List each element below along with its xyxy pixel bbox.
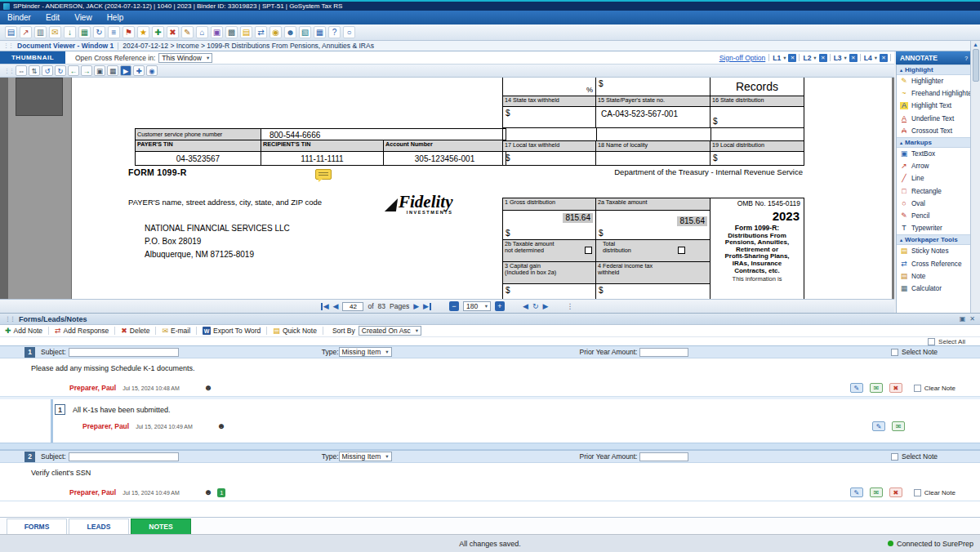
thumbnail-button[interactable]: THUMBNAIL <box>0 51 65 64</box>
sticky-note-annotation[interactable] <box>315 169 332 180</box>
textbox-tool[interactable]: ▣ TextBox <box>897 148 970 160</box>
organize-icon[interactable]: ≡ <box>108 26 120 38</box>
attachment-count-badge[interactable]: 1 <box>217 488 225 497</box>
edit-note-button[interactable]: ✎ <box>850 383 863 393</box>
lock-icon[interactable]: ◉ <box>270 26 282 38</box>
zoom-level-select[interactable]: 180 ▾ <box>463 301 491 311</box>
level-l1-select[interactable]: L1 <box>773 54 781 62</box>
typewriter-tool[interactable]: T Typewriter <box>897 222 970 234</box>
snapshot-icon[interactable]: ▣ <box>94 65 105 76</box>
menu-edit[interactable]: Edit <box>38 11 67 24</box>
sticky-notes-tool[interactable]: ▤ Sticky Notes <box>897 245 970 257</box>
edit-icon[interactable]: ✎ <box>181 26 194 38</box>
add-note-button[interactable]: ✚ Add Note <box>5 327 42 335</box>
delete-note-button[interactable]: ✖ <box>889 383 902 393</box>
prior-year-amount-input[interactable] <box>639 452 688 461</box>
next-view-button[interactable]: ▶ <box>542 303 548 310</box>
fit-width-icon[interactable]: ⇔ <box>16 65 27 76</box>
oval-tool[interactable]: ○ Oval <box>897 198 970 210</box>
line-tool[interactable]: ╱ Line <box>897 172 970 185</box>
drag-handle-icon[interactable]: ⋮⋮ <box>5 316 15 323</box>
annotate-section-workpaper-tools[interactable]: ▴ Workpaper Tools <box>897 234 970 245</box>
drag-handle-icon[interactable]: ⋮⋮ <box>3 42 13 49</box>
tab-leads[interactable]: LEADS <box>69 519 129 534</box>
collapse-panel-icon[interactable]: ▣ <box>960 315 966 323</box>
previous-page-button[interactable]: ◀ <box>333 303 339 310</box>
link-icon[interactable]: ⇄ <box>255 26 267 38</box>
menu-view[interactable]: View <box>67 11 100 24</box>
page-number-input[interactable] <box>342 302 363 311</box>
zoom-out-button[interactable]: − <box>449 301 459 311</box>
level-clear-button[interactable]: ✕ <box>788 54 796 62</box>
next-page-button[interactable]: ▶ <box>413 303 419 310</box>
scroll-pages-icon[interactable]: ⇅ <box>29 65 40 76</box>
add-response-button[interactable]: ⇄ Add Response <box>55 327 109 335</box>
pan-tool-icon[interactable]: ✚ <box>133 65 145 76</box>
email-icon[interactable]: ✉ <box>49 26 61 38</box>
chart-icon[interactable]: ▧ <box>299 26 311 38</box>
edit-note-button[interactable]: ✎ <box>850 487 863 497</box>
crossout-text-tool[interactable]: A Crossout Text <box>897 125 970 137</box>
layout-icon[interactable]: ▦ <box>107 65 118 76</box>
refresh-icon[interactable]: ↻ <box>93 26 105 38</box>
level-l2-select[interactable]: L2 <box>803 54 811 62</box>
last-page-button[interactable]: ▶ <box>423 303 431 310</box>
tab-notes[interactable]: NOTES <box>131 519 191 534</box>
page-thumbnail[interactable] <box>16 78 63 116</box>
sticky-note-icon[interactable]: ▤ <box>240 26 252 38</box>
level-clear-button[interactable]: ✕ <box>849 54 858 62</box>
underline-text-tool[interactable]: A Underline Text <box>897 113 970 125</box>
crossref-select[interactable]: This Window ▾ <box>158 53 212 63</box>
pencil-tool[interactable]: ✎ Pencil <box>897 210 970 222</box>
level-clear-button[interactable]: ✕ <box>880 54 888 62</box>
delete-note-button[interactable]: ✖ <box>889 487 902 497</box>
scroll-up-icon[interactable]: ▲ <box>973 42 978 47</box>
quick-note-button[interactable]: ▤ Quick Note <box>273 327 317 335</box>
calculator-icon[interactable]: ▩ <box>225 26 238 38</box>
previous-view-button[interactable]: ◀ <box>523 303 528 310</box>
grid-icon[interactable]: ▦ <box>314 26 326 38</box>
note-subject-input[interactable] <box>69 348 179 357</box>
select-note-checkbox[interactable] <box>891 453 898 461</box>
rotate-right-icon[interactable]: ↻ <box>55 65 66 76</box>
first-page-button[interactable]: ◀ <box>321 303 329 310</box>
import-icon[interactable]: ↓ <box>64 26 76 38</box>
stamp-icon[interactable]: ▣ <box>211 26 223 38</box>
export-icon[interactable]: ↗ <box>20 26 32 38</box>
view-history-icon[interactable]: ↻ <box>532 303 539 310</box>
note-type-select[interactable]: Missing Item ▾ <box>339 347 392 357</box>
arrow-tool[interactable]: ↗ Arrow <box>897 160 970 172</box>
add-icon[interactable]: ✚ <box>152 26 164 38</box>
email-note-button[interactable]: ✉ E-mail <box>162 327 190 335</box>
page-info-icon[interactable]: ◉ <box>146 65 158 76</box>
spreadsheet-icon[interactable]: ▦ <box>78 26 91 38</box>
scrollbar-thumb[interactable] <box>973 49 979 82</box>
search-icon[interactable]: ○ <box>343 26 355 38</box>
cross-reference-tool[interactable]: ⇄ Cross Reference <box>897 257 970 269</box>
note-tool[interactable]: ▤ Note <box>897 270 970 283</box>
export-to-word-button[interactable]: W Export To Word <box>203 327 261 335</box>
select-note-checkbox[interactable] <box>891 349 898 356</box>
drag-handle-icon[interactable]: ⋮⋮ <box>4 68 14 74</box>
highlight-text-tool[interactable]: A Highlight Text <box>897 100 970 112</box>
highlighter-tool[interactable]: ✎ Highlighter <box>897 75 970 87</box>
zoom-in-button[interactable]: + <box>495 301 505 311</box>
undo-icon[interactable]: ← <box>68 65 79 76</box>
thumbnail-strip[interactable] <box>8 78 72 299</box>
signoff-option-link[interactable]: Sign-off Option <box>719 54 766 62</box>
more-options-icon[interactable]: ⋮ <box>566 302 573 310</box>
calculator-tool[interactable]: ▦ Calculator <box>897 283 970 295</box>
email-note-button[interactable]: ✉ <box>870 487 883 497</box>
select-all-checkbox[interactable] <box>928 338 935 345</box>
rectangle-tool[interactable]: □ Rectangle <box>897 185 970 198</box>
annotate-section-markups[interactable]: ▴ Markups <box>897 137 970 148</box>
prior-year-amount-input[interactable] <box>639 348 688 357</box>
annotate-section-highlight[interactable]: ▴ Highlight <box>897 65 970 75</box>
menu-binder[interactable]: Binder <box>0 11 38 24</box>
bookmark-icon[interactable]: ★ <box>137 26 149 38</box>
menu-help[interactable]: Help <box>100 11 131 24</box>
note-subject-input[interactable] <box>69 452 179 461</box>
print-icon[interactable]: ▥ <box>34 26 47 38</box>
help-icon[interactable]: ? <box>328 26 341 38</box>
user-icon[interactable]: ☻ <box>284 26 296 38</box>
